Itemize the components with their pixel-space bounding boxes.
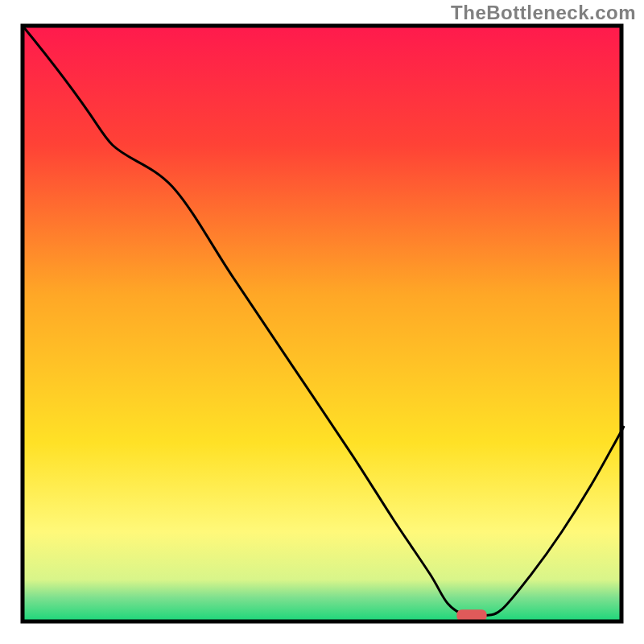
watermark-text: TheBottleneck.com bbox=[451, 2, 636, 24]
chart-container: TheBottleneck.com bbox=[0, 0, 644, 644]
bottleneck-chart bbox=[0, 0, 644, 644]
plot-background bbox=[23, 26, 621, 621]
